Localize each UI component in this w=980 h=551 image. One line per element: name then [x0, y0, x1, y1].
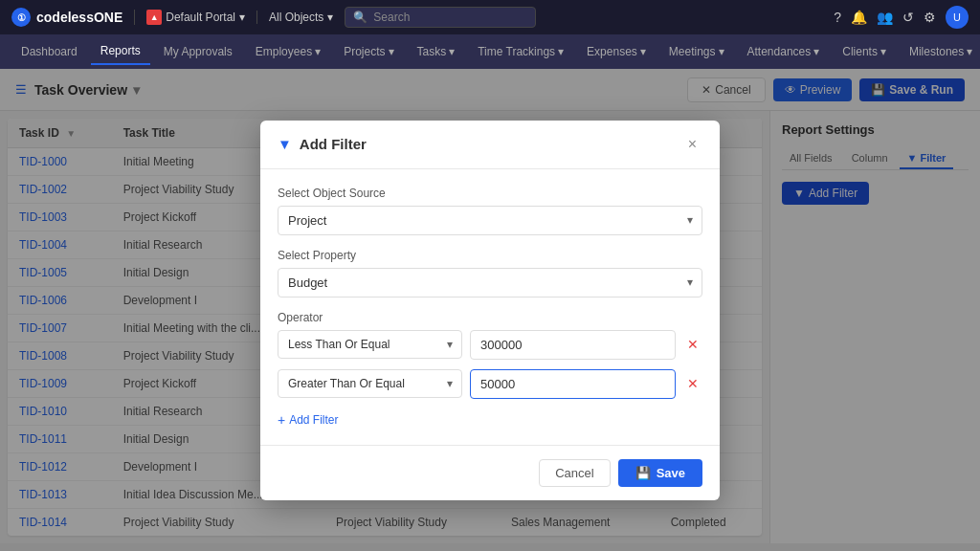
second-navigation: Dashboard Reports My Approvals Employees… [0, 34, 980, 69]
delete-filter-2-button[interactable]: ✕ [683, 372, 702, 395]
operator-1-select[interactable]: Less Than Or Equal Greater Than Or Equal… [278, 330, 462, 359]
modal-save-button[interactable]: 💾 Save [618, 459, 702, 487]
help-icon[interactable]: ? [834, 10, 841, 25]
modal-cancel-button[interactable]: Cancel [539, 459, 610, 487]
top-navigation: ① codelessONE ▲ Default Portal ▾ All Obj… [0, 0, 980, 34]
value-2-input[interactable] [470, 369, 676, 399]
portal-label: Default Portal [166, 11, 235, 24]
property-form-group: Select Property Budget ▾ [278, 249, 702, 298]
nav-tasks[interactable]: Tasks ▾ [408, 39, 465, 64]
add-filter-modal: ▼ Add Filter × Select Object Source Proj… [260, 121, 720, 500]
search-box[interactable]: 🔍 Search [345, 7, 536, 28]
add-filter-link[interactable]: + Add Filter [278, 412, 702, 428]
portal-area[interactable]: ▲ Default Portal ▾ [134, 10, 245, 25]
filter-row-2: Greater Than Or Equal Less Than Or Equal… [278, 369, 702, 399]
nav-dashboard[interactable]: Dashboard [11, 39, 87, 64]
all-objects-dropdown[interactable]: All Objects ▾ [256, 11, 333, 24]
source-label: Select Object Source [278, 187, 702, 200]
objects-chevron-icon: ▾ [327, 11, 333, 24]
logo-icon: ① [11, 8, 31, 27]
plus-icon: + [278, 412, 285, 428]
users-icon[interactable]: 👥 [877, 10, 893, 25]
nav-time-trackings[interactable]: Time Trackings ▾ [468, 39, 573, 64]
logo-area: ① codelessONE [11, 8, 122, 27]
delete-filter-1-button[interactable]: ✕ [683, 333, 702, 356]
settings-icon[interactable]: ⚙ [924, 10, 936, 25]
clients-chevron-icon: ▾ [880, 45, 886, 58]
nav-reports[interactable]: Reports [91, 38, 150, 65]
value-1-input[interactable] [470, 330, 676, 360]
tasks-chevron-icon: ▾ [449, 45, 455, 58]
operator-1-select-wrap: Less Than Or Equal Greater Than Or Equal… [278, 330, 462, 359]
modal-footer: Cancel 💾 Save [260, 445, 720, 500]
source-select[interactable]: Project [278, 206, 702, 235]
filter-row-1: Less Than Or Equal Greater Than Or Equal… [278, 330, 702, 360]
modal-close-button[interactable]: × [682, 134, 702, 155]
nav-meetings[interactable]: Meetings ▾ [659, 39, 734, 64]
nav-milestones[interactable]: Milestones ▾ [900, 39, 980, 64]
nav-attendances[interactable]: Attendances ▾ [738, 39, 830, 64]
avatar[interactable]: U [946, 6, 969, 29]
bell-icon[interactable]: 🔔 [851, 10, 867, 25]
property-select[interactable]: Budget [278, 268, 702, 298]
operator-form-group: Operator Less Than Or Equal Greater Than… [278, 311, 702, 399]
save-disk-icon: 💾 [635, 466, 651, 480]
operator-2-select[interactable]: Greater Than Or Equal Less Than Or Equal… [278, 369, 462, 398]
milestones-chevron-icon: ▾ [967, 45, 972, 58]
main-area: ☰ Task Overview ▾ ✕ Cancel 👁 Preview 💾 S… [0, 69, 980, 551]
portal-chevron: ▾ [239, 11, 245, 24]
source-form-group: Select Object Source Project ▾ [278, 187, 702, 235]
expenses-chevron-icon: ▾ [640, 45, 646, 58]
projects-chevron-icon: ▾ [389, 45, 394, 58]
modal-overlay: ▼ Add Filter × Select Object Source Proj… [0, 69, 980, 551]
nav-employees[interactable]: Employees ▾ [246, 39, 330, 64]
operator-label: Operator [278, 311, 702, 324]
source-select-wrapper: Project ▾ [278, 206, 702, 235]
nav-projects[interactable]: Projects ▾ [334, 39, 403, 64]
operator-2-select-wrap: Greater Than Or Equal Less Than Or Equal… [278, 369, 462, 398]
search-placeholder: Search [373, 11, 410, 24]
logo-text: codelessONE [36, 10, 122, 25]
modal-body: Select Object Source Project ▾ Select Pr… [260, 169, 720, 445]
nav-expenses[interactable]: Expenses ▾ [577, 39, 656, 64]
employees-chevron-icon: ▾ [315, 45, 321, 58]
time-chevron-icon: ▾ [558, 45, 564, 58]
property-label: Select Property [278, 249, 702, 262]
modal-title: ▼ Add Filter [278, 136, 367, 152]
attendances-chevron-icon: ▾ [813, 45, 819, 58]
meetings-chevron-icon: ▾ [719, 45, 724, 58]
nav-my-approvals[interactable]: My Approvals [154, 39, 242, 64]
filter-title-icon: ▼ [278, 136, 292, 152]
search-icon: 🔍 [353, 11, 368, 24]
modal-header: ▼ Add Filter × [260, 121, 720, 169]
nav-clients[interactable]: Clients ▾ [833, 39, 896, 64]
refresh-icon[interactable]: ↺ [902, 10, 914, 25]
portal-icon: ▲ [146, 10, 162, 25]
property-select-wrapper: Budget ▾ [278, 268, 702, 298]
nav-icons: ? 🔔 👥 ↺ ⚙ U [834, 6, 969, 29]
all-objects-label: All Objects [269, 11, 323, 24]
